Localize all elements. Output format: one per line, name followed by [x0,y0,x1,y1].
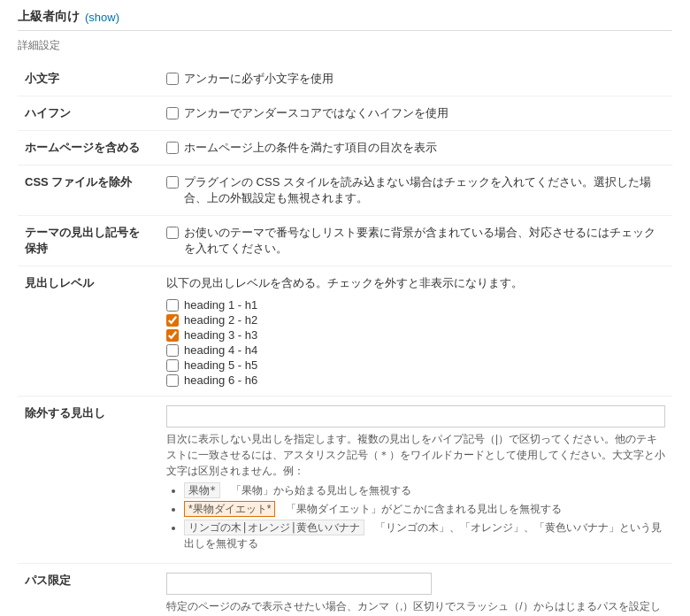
row-homepage: ホームページを含める ホームページ上の条件を満たす項目の目次を表示 [18,131,672,166]
section-title-row: 上級者向け (show) [18,9,672,25]
heading-level-label-h5: heading 5 - h5 [184,358,257,372]
code-fruit: 果物* [184,482,220,498]
desc-exclude-headings: 目次に表示しない見出しを指定します。複数の見出しをパイプ記号（|）で区切ってくだ… [166,431,665,551]
code-fruit-diet: *果物ダイエット* [184,501,275,517]
label-lowercase: 小文字 [18,62,159,96]
desc-path-restriction: 特定のページのみで表示させたい場合、カンマ（,）区切りでスラッシュ（/）からはじ… [166,598,665,616]
cell-exclude-headings: 目次に表示しない見出しを指定します。複数の見出しをパイプ記号（|）で区切ってくだ… [159,397,672,564]
heading-level-h4: heading 4 - h4 [166,343,665,357]
checkbox-label-css: プラグインの CSS スタイルを読み込まない場合はチェックを入れてください。選択… [184,174,665,206]
input-path-restriction[interactable] [166,573,432,595]
label-hyphen: ハイフン [18,96,159,131]
heading-level-label-h6: heading 6 - h6 [184,373,257,387]
cell-homepage: ホームページ上の条件を満たす項目の目次を表示 [159,131,672,166]
checkbox-row-theme-bullets: お使いのテーマで番号なしリスト要素に背景が含まれている場合、対応させるにはチェッ… [166,225,665,257]
label-path-restriction: パス限定 [18,564,159,617]
heading-levels-desc: 以下の見出しレベルを含める。チェックを外すと非表示になります。 [166,275,665,291]
row-css: CSS ファイルを除外 プラグインの CSS スタイルを読み込まない場合はチェッ… [18,166,672,216]
checkbox-row-homepage: ホームページ上の条件を満たす項目の目次を表示 [166,140,665,156]
checkbox-label-homepage: ホームページ上の条件を満たす項目の目次を表示 [184,140,437,156]
cell-lowercase: アンカーに必ず小文字を使用 [159,62,672,96]
cell-css: プラグインの CSS スタイルを読み込まない場合はチェックを入れてください。選択… [159,166,672,216]
checkbox-h2[interactable] [166,314,179,327]
heading-level-label-h2: heading 2 - h2 [184,313,257,327]
heading-level-h6: heading 6 - h6 [166,373,665,387]
settings-table: 小文字 アンカーに必ず小文字を使用 ハイフン アンカーでアンダースコアではなくハ… [18,62,672,616]
checkbox-row-css: プラグインの CSS スタイルを読み込まない場合はチェックを入れてください。選択… [166,174,665,206]
heading-level-h2: heading 2 - h2 [166,313,665,327]
exclude-headings-examples: 果物* 「果物」から始まる見出しを無視する *果物ダイエット* 「果物ダイエット… [166,482,665,551]
cell-hyphen: アンカーでアンダースコアではなくハイフンを使用 [159,96,672,131]
checkbox-theme-bullets[interactable] [166,227,179,239]
cell-path-restriction: 特定のページのみで表示させたい場合、カンマ（,）区切りでスラッシュ（/）からはじ… [159,564,672,617]
row-exclude-headings: 除外する見出し 目次に表示しない見出しを指定します。複数の見出しをパイプ記号（|… [18,397,672,564]
row-lowercase: 小文字 アンカーに必ず小文字を使用 [18,62,672,96]
checkbox-h5[interactable] [166,359,179,372]
heading-level-label-h1: heading 1 - h1 [184,298,257,312]
example-3: リンゴの木|オレンジ|黄色いバナナ 「リンゴの木」、「オレンジ」、「黄色いバナナ… [184,520,665,551]
checkbox-h3[interactable] [166,329,179,342]
checkbox-hyphen[interactable] [166,107,179,119]
checkbox-label-theme-bullets: お使いのテーマで番号なしリスト要素に背景が含まれている場合、対応させるにはチェッ… [184,225,665,257]
checkbox-homepage[interactable] [166,142,179,154]
example-2: *果物ダイエット* 「果物ダイエット」がどこかに含まれる見出しを無視する [184,501,665,517]
label-exclude-headings: 除外する見出し [18,397,159,564]
detail-label: 詳細設定 [18,30,672,53]
code-fruits-list: リンゴの木|オレンジ|黄色いバナナ [184,520,364,535]
checkbox-css[interactable] [166,176,179,189]
label-css: CSS ファイルを除外 [18,166,159,216]
checkbox-row-lowercase: アンカーに必ず小文字を使用 [166,71,665,87]
example-1: 果物* 「果物」から始まる見出しを無視する [184,482,665,498]
row-path-restriction: パス限定 特定のページのみで表示させたい場合、カンマ（,）区切りでスラッシュ（/… [18,564,672,617]
row-hyphen: ハイフン アンカーでアンダースコアではなくハイフンを使用 [18,96,672,131]
checkbox-h6[interactable] [166,374,179,387]
label-homepage: ホームページを含める [18,131,159,166]
show-link[interactable]: (show) [85,11,119,24]
cell-theme-bullets: お使いのテーマで番号なしリスト要素に背景が含まれている場合、対応させるにはチェッ… [159,216,672,266]
heading-level-label-h4: heading 4 - h4 [184,343,257,357]
checkbox-label-lowercase: アンカーに必ず小文字を使用 [184,71,334,87]
input-exclude-headings[interactable] [166,405,665,427]
heading-level-h5: heading 5 - h5 [166,358,665,372]
checkbox-h1[interactable] [166,299,179,312]
heading-level-h3: heading 3 - h3 [166,328,665,342]
heading-level-h1: heading 1 - h1 [166,298,665,312]
cell-heading-levels: 以下の見出しレベルを含める。チェックを外すと非表示になります。 heading … [159,266,672,397]
checkbox-lowercase[interactable] [166,73,179,85]
label-theme-bullets: テーマの見出し記号を保持 [18,216,159,266]
checkbox-label-hyphen: アンカーでアンダースコアではなくハイフンを使用 [184,105,448,121]
section-title: 上級者向け [18,9,80,25]
label-heading-levels: 見出しレベル [18,266,159,397]
heading-level-label-h3: heading 3 - h3 [184,328,257,342]
checkbox-row-hyphen: アンカーでアンダースコアではなくハイフンを使用 [166,105,665,121]
row-theme-bullets: テーマの見出し記号を保持 お使いのテーマで番号なしリスト要素に背景が含まれている… [18,216,672,266]
checkbox-h4[interactable] [166,344,179,357]
heading-levels-container: 以下の見出しレベルを含める。チェックを外すと非表示になります。 heading … [166,275,665,387]
advanced-section: 上級者向け (show) 詳細設定 小文字 アンカーに必ず小文字を使用 ハイフン [18,9,672,616]
row-heading-levels: 見出しレベル 以下の見出しレベルを含める。チェックを外すと非表示になります。 h… [18,266,672,397]
